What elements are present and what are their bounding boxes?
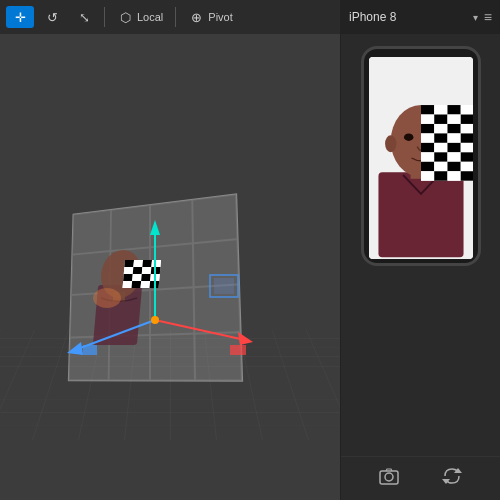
rotate-tool-button[interactable]: ↺ xyxy=(38,6,66,28)
phone-screen xyxy=(369,57,473,259)
svg-rect-46 xyxy=(460,105,472,114)
svg-rect-55 xyxy=(421,133,434,142)
svg-rect-60 xyxy=(434,143,447,152)
svg-rect-57 xyxy=(447,133,460,142)
toolbar: ✛ ↺ ⤡ ⬡ Local ⊕ Pivot xyxy=(0,0,340,34)
camera-button[interactable] xyxy=(370,461,408,496)
flip-button[interactable] xyxy=(433,461,471,496)
svg-rect-63 xyxy=(421,152,434,161)
hamburger-menu-icon[interactable]: ≡ xyxy=(484,9,492,25)
local-label: Local xyxy=(137,11,163,23)
phone-panel: iPhone 8 ▾ ≡ xyxy=(340,0,500,500)
svg-rect-64 xyxy=(434,152,447,161)
svg-point-38 xyxy=(385,135,396,152)
svg-rect-50 xyxy=(460,115,472,124)
svg-rect-51 xyxy=(421,124,434,133)
svg-rect-65 xyxy=(447,152,460,161)
svg-rect-58 xyxy=(460,133,472,142)
svg-point-76 xyxy=(385,473,393,481)
local-icon: ⬡ xyxy=(117,9,133,25)
svg-rect-53 xyxy=(447,124,460,133)
phone-frame xyxy=(361,46,481,266)
svg-rect-74 xyxy=(460,171,472,180)
svg-rect-49 xyxy=(447,115,460,124)
svg-rect-72 xyxy=(434,171,447,180)
svg-rect-71 xyxy=(421,171,434,180)
scale-icon: ⤡ xyxy=(76,9,92,25)
pivot-icon: ⊕ xyxy=(188,9,204,25)
toolbar-divider xyxy=(104,7,105,27)
svg-rect-45 xyxy=(447,105,460,114)
svg-rect-43 xyxy=(421,105,434,114)
svg-rect-48 xyxy=(434,115,447,124)
svg-rect-62 xyxy=(460,143,472,152)
svg-rect-61 xyxy=(447,143,460,152)
scale-tool-button[interactable]: ⤡ xyxy=(70,6,98,28)
move-tool-button[interactable]: ✛ xyxy=(6,6,34,28)
svg-rect-66 xyxy=(460,152,472,161)
phone-bottom-bar xyxy=(341,456,500,500)
svg-rect-47 xyxy=(421,115,434,124)
svg-rect-56 xyxy=(434,133,447,142)
svg-rect-69 xyxy=(447,162,460,171)
svg-marker-77 xyxy=(454,468,462,473)
phone-person-svg xyxy=(369,57,473,259)
svg-rect-54 xyxy=(460,124,472,133)
svg-rect-52 xyxy=(434,124,447,133)
local-mode-button[interactable]: ⬡ Local xyxy=(111,6,169,28)
pivot-label: Pivot xyxy=(208,11,232,23)
phone-device-preview xyxy=(341,34,500,456)
svg-rect-67 xyxy=(421,162,434,171)
svg-rect-68 xyxy=(434,162,447,171)
svg-rect-44 xyxy=(434,105,447,114)
pivot-mode-button[interactable]: ⊕ Pivot xyxy=(182,6,238,28)
svg-point-40 xyxy=(403,133,412,141)
scene-plane xyxy=(68,193,243,382)
phone-title: iPhone 8 xyxy=(349,10,467,24)
svg-rect-35 xyxy=(378,172,463,257)
phone-header: iPhone 8 ▾ ≡ xyxy=(341,0,500,34)
rotate-icon: ↺ xyxy=(44,9,60,25)
svg-rect-73 xyxy=(447,171,460,180)
svg-rect-59 xyxy=(421,143,434,152)
toolbar-divider2 xyxy=(175,7,176,27)
svg-rect-70 xyxy=(460,162,472,171)
move-icon: ✛ xyxy=(12,9,28,25)
3d-viewport[interactable] xyxy=(0,34,340,500)
chevron-down-icon[interactable]: ▾ xyxy=(473,12,478,23)
svg-marker-78 xyxy=(442,479,450,484)
